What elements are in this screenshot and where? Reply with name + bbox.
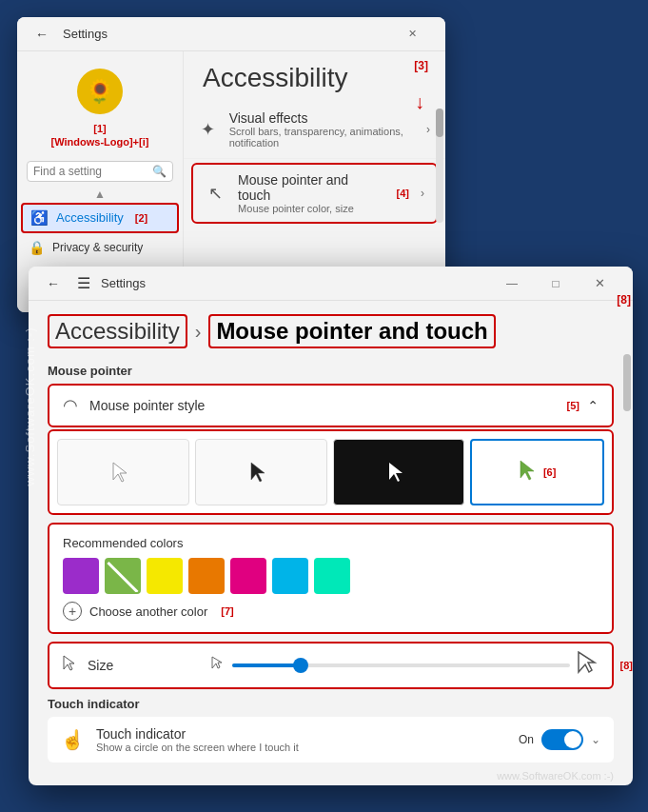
window2-maximize-button[interactable]: □ — [534, 267, 578, 301]
breadcrumb-accessibility[interactable]: Accessibility — [48, 314, 187, 348]
breadcrumb-chevron: › — [195, 321, 202, 343]
pointer-style-label: Mouse pointer style — [89, 398, 567, 413]
color-swatch-yellow[interactable] — [147, 558, 183, 594]
window2-breadcrumb: Accessibility › Mouse pointer and touch — [29, 301, 633, 356]
pointer-options-grid: [6] — [48, 429, 614, 515]
window2-scrollbar-thumb — [623, 354, 631, 411]
color-swatch-lightblue[interactable] — [272, 558, 308, 594]
window1-scrollbar-thumb — [436, 109, 443, 137]
color-swatches — [63, 558, 599, 594]
mouse-pointer-icon: ↖ — [205, 183, 226, 204]
pointer-option-black[interactable] — [195, 439, 327, 505]
visual-effects-title: Visual effects — [229, 110, 415, 126]
svg-marker-0 — [113, 463, 127, 482]
cursor-black-shape — [249, 461, 272, 484]
mouse-pointer-chevron: › — [421, 187, 424, 200]
mouse-pointer-desc: Mouse pointer color, size — [238, 203, 379, 214]
visual-effects-desc: Scroll bars, transparency, animations, n… — [229, 126, 415, 149]
breadcrumb-mouse-pointer: Mouse pointer and touch — [208, 314, 495, 348]
pointer-style-icon: ◠ — [63, 395, 78, 416]
touch-section-label: Touch indicator — [48, 697, 614, 711]
annotation-6: [6] — [543, 466, 556, 478]
choose-color-plus-icon: + — [63, 602, 82, 621]
window2-close-button[interactable]: ✕ — [578, 267, 621, 301]
window1-back-button[interactable]: ← — [29, 21, 55, 48]
window1-title: Settings — [63, 27, 108, 41]
annotation-1: [1] [Windows-Logo]+[i] — [51, 122, 149, 149]
privacy-icon: 🔒 — [29, 240, 45, 255]
choose-color-label: Choose another color — [89, 604, 207, 619]
svg-marker-6 — [579, 652, 595, 672]
size-cursor-icon-small — [63, 655, 78, 676]
color-swatch-pink[interactable] — [230, 558, 266, 594]
touch-text: Touch indicator Show a circle on the scr… — [96, 726, 299, 753]
visual-effects-icon: ✦ — [199, 119, 218, 140]
window1-page-title: Accessibility — [184, 51, 445, 101]
size-slider-track[interactable] — [232, 663, 570, 667]
svg-marker-1 — [251, 463, 265, 482]
mouse-pointer-title: Mouse pointer and touch — [238, 172, 379, 203]
touch-chevron[interactable]: ⌄ — [591, 733, 600, 746]
size-slider-area — [211, 651, 599, 680]
color-swatch-teal[interactable] — [314, 558, 350, 594]
annotation-7: [7] — [221, 605, 233, 617]
mouse-pointer-style-row[interactable]: ◠ Mouse pointer style [5] ⌄ — [48, 384, 614, 427]
touch-toggle-switch[interactable] — [541, 729, 583, 750]
window1-search-input[interactable] — [33, 165, 152, 178]
watermark-3: www.SoftwareOK.com :-) — [48, 770, 614, 782]
pointer-option-white[interactable] — [57, 439, 189, 505]
sidebar-privacy-label: Privacy & security — [52, 241, 143, 254]
window2-controls: — □ ✕ — [490, 267, 621, 301]
size-row: Size — [48, 642, 614, 689]
window2-title: Settings — [101, 276, 146, 290]
svg-marker-4 — [64, 656, 74, 670]
mouse-pointer-item[interactable]: ↖ Mouse pointer and touch Mouse pointer … — [191, 163, 438, 224]
size-slider-cursor-small — [211, 656, 225, 675]
sidebar-accessibility-label: Accessibility — [56, 210, 124, 225]
window2-settings: ← ☰ Settings — □ ✕ Accessibility › Mouse… — [29, 267, 633, 785]
annotation-2: [2] — [135, 212, 147, 224]
choose-color-row[interactable]: + Choose another color [7] — [63, 602, 599, 621]
window2-titlebar: ← ☰ Settings — □ ✕ — [29, 267, 633, 301]
visual-effects-item[interactable]: ✦ Visual effects Scroll bars, transparen… — [184, 101, 445, 159]
cursor-white-shape — [111, 461, 134, 484]
sidebar-item-privacy[interactable]: 🔒 Privacy & security — [17, 233, 183, 262]
svg-marker-5 — [212, 657, 222, 668]
touch-item-title: Touch indicator — [96, 726, 299, 742]
mouse-pointer-section-label: Mouse pointer — [48, 364, 614, 378]
annotation-8-outer: [8] — [617, 293, 631, 307]
sidebar-item-accessibility[interactable]: ♿ Accessibility [2] — [21, 203, 179, 233]
scroll-up-indicator: ▲ — [17, 188, 183, 201]
colors-label: Recommended colors — [63, 536, 599, 550]
size-cursor-large — [578, 651, 599, 680]
color-swatch-purple[interactable] — [63, 558, 99, 594]
pointer-option-inverted[interactable] — [333, 439, 465, 505]
touch-item-desc: Show a circle on the screen where I touc… — [96, 742, 299, 753]
color-swatch-orange[interactable] — [188, 558, 225, 594]
window1-scrollbar[interactable] — [436, 109, 443, 223]
window1-search-box[interactable]: 🔍 — [27, 161, 173, 182]
touch-indicator-row: ☝ Touch indicator Show a circle on the s… — [48, 717, 614, 762]
annotation-3: [3] — [414, 59, 428, 72]
size-slider-fill — [232, 663, 300, 667]
window2-hamburger-button[interactable]: ☰ — [70, 270, 97, 297]
visual-effects-text: Visual effects Scroll bars, transparency… — [229, 110, 415, 149]
accessibility-icon: ♿ — [30, 209, 49, 227]
visual-effects-chevron: › — [426, 123, 430, 136]
pointer-style-chevron: ⌄ — [587, 398, 599, 413]
cursor-custom-shape — [519, 459, 538, 485]
search-icon: 🔍 — [152, 165, 167, 178]
touch-controls: On ⌄ — [519, 729, 600, 750]
annotation-4: [4] — [397, 188, 409, 199]
touch-icon: ☝ — [61, 728, 85, 751]
annotation-5: [5] — [567, 400, 579, 411]
size-slider-thumb — [293, 658, 308, 673]
window2-minimize-button[interactable]: — — [490, 267, 534, 301]
size-row-wrapper: Size — [48, 642, 614, 689]
mouse-pointer-text: Mouse pointer and touch Mouse pointer co… — [238, 172, 379, 214]
color-swatch-green[interactable] — [105, 558, 141, 594]
window2-back-button[interactable]: ← — [40, 270, 67, 297]
window2-scrollbar[interactable] — [623, 354, 631, 735]
pointer-option-custom[interactable]: [6] — [470, 439, 604, 505]
window1-close-button[interactable]: ✕ — [390, 17, 434, 51]
